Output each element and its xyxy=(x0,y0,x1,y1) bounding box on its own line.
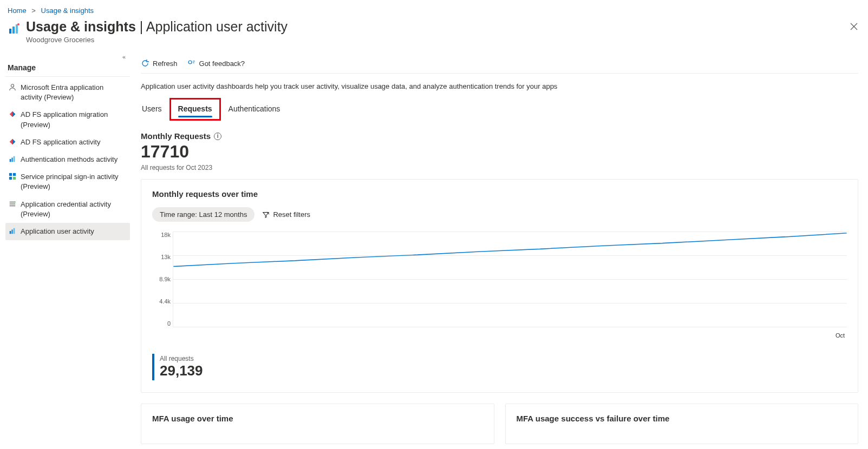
svg-rect-11 xyxy=(13,173,16,176)
toolbar: Refresh Got feedback? xyxy=(141,54,858,74)
bottom-card-row: MFA usage over time MFA usage success vs… xyxy=(141,404,858,449)
y-tick: 0 xyxy=(152,320,171,327)
tab-authentications[interactable]: Authentications xyxy=(227,101,282,116)
page-description: Application user activity dashboards hel… xyxy=(141,74,858,100)
svg-rect-1 xyxy=(12,27,15,34)
card-mfa-success-title: MFA usage success vs failure over time xyxy=(517,414,847,423)
chart-area: 18k 13k 8.9k 4.4k 0 Oct xyxy=(152,232,847,340)
tab-requests[interactable]: Requests xyxy=(177,101,213,116)
grid-icon xyxy=(8,172,17,180)
sidebar-item-credential-activity[interactable]: Application credential activity (Preview… xyxy=(5,196,130,223)
bar-chart-icon xyxy=(8,155,17,163)
chart-line xyxy=(173,232,847,327)
chart-plot[interactable] xyxy=(173,232,847,327)
svg-rect-0 xyxy=(9,29,11,34)
card-mfa-usage: MFA usage over time xyxy=(141,404,494,444)
svg-rect-20 xyxy=(14,228,15,234)
tab-requests-label: Requests xyxy=(178,104,212,113)
y-tick: 8.9k xyxy=(152,276,171,282)
svg-point-3 xyxy=(17,23,19,25)
breadcrumb: Home > Usage & insights xyxy=(0,0,868,19)
kpi-value: 17710 xyxy=(141,142,858,162)
svg-rect-19 xyxy=(11,229,13,234)
chart-summary-value: 29,139 xyxy=(160,362,847,379)
svg-point-6 xyxy=(11,84,14,87)
sidebar-item-auth-methods[interactable]: Authentication methods activity xyxy=(5,151,130,168)
svg-point-17 xyxy=(14,201,16,203)
feedback-icon xyxy=(187,59,196,68)
sidebar-item-label: Authentication methods activity xyxy=(21,155,118,164)
y-tick: 4.4k xyxy=(152,298,171,305)
page-header: Usage & insights | Application user acti… xyxy=(0,19,868,54)
card-mfa-success-failure: MFA usage success vs failure over time xyxy=(505,404,859,444)
chart-x-tick: Oct xyxy=(836,332,845,339)
page-title: Usage & insights | Application user acti… xyxy=(26,19,288,35)
sidebar-item-app-user-activity[interactable]: Application user activity xyxy=(5,223,130,240)
tab-users[interactable]: Users xyxy=(141,101,163,116)
chart-filter-row: Time range: Last 12 months Reset filters xyxy=(152,207,847,222)
kpi-sub: All requests for Oct 2023 xyxy=(141,164,858,171)
bar-chart-icon xyxy=(8,227,17,235)
migration-icon xyxy=(8,110,17,118)
info-icon[interactable]: i xyxy=(214,133,221,140)
list-icon xyxy=(8,200,17,208)
sidebar-item-label: Application credential activity (Preview… xyxy=(21,200,127,219)
refresh-icon xyxy=(141,59,149,68)
feedback-label: Got feedback? xyxy=(199,60,245,68)
page-title-thin: Application user activity xyxy=(146,19,288,34)
chart-summary: All requests 29,139 xyxy=(152,354,847,380)
sidebar-item-service-principal[interactable]: Service principal sign-in activity (Prev… xyxy=(5,168,130,195)
refresh-button[interactable]: Refresh xyxy=(141,59,178,68)
main-content: Refresh Got feedback? Application user a… xyxy=(130,54,868,449)
activity-icon xyxy=(8,137,17,146)
svg-rect-9 xyxy=(14,156,15,162)
insights-icon xyxy=(8,22,21,35)
y-tick: 18k xyxy=(152,232,171,238)
refresh-label: Refresh xyxy=(153,60,178,68)
chart-card-requests-over-time: Monthly requests over time Time range: L… xyxy=(141,179,858,393)
chart-y-ticks: 18k 13k 8.9k 4.4k 0 xyxy=(152,232,171,327)
svg-rect-2 xyxy=(16,24,18,34)
card-mfa-usage-title: MFA usage over time xyxy=(152,414,483,423)
sidebar-item-label: AD FS application activity xyxy=(21,137,100,147)
sidebar-item-label: Microsoft Entra application activity (Pr… xyxy=(21,83,127,102)
kpi-label: Monthly Requests i xyxy=(141,131,858,141)
close-icon xyxy=(850,22,858,31)
close-button[interactable] xyxy=(850,22,858,32)
sidebar-item-adfs-migration[interactable]: AD FS application migration (Preview) xyxy=(5,106,130,133)
kpi-label-text: Monthly Requests xyxy=(141,131,211,141)
page-title-sep: | xyxy=(136,19,146,34)
breadcrumb-section[interactable]: Usage & insights xyxy=(41,6,94,15)
page-icon xyxy=(8,19,26,37)
tabs: Users Requests Authentications xyxy=(141,100,858,122)
svg-rect-10 xyxy=(9,173,12,176)
filter-reset-icon xyxy=(262,211,270,219)
sidebar-collapse[interactable]: « xyxy=(122,54,126,60)
svg-rect-8 xyxy=(11,157,13,162)
time-range-pill[interactable]: Time range: Last 12 months xyxy=(152,207,254,222)
sidebar-item-entra-app-activity[interactable]: Microsoft Entra application activity (Pr… xyxy=(5,79,130,106)
kpi-monthly-requests: Monthly Requests i 17710 All requests fo… xyxy=(141,122,858,179)
chart-title: Monthly requests over time xyxy=(152,189,847,199)
svg-rect-7 xyxy=(10,159,11,162)
sidebar-item-label: Service principal sign-in activity (Prev… xyxy=(21,172,127,192)
svg-rect-13 xyxy=(13,177,16,180)
page-title-bold: Usage & insights xyxy=(26,19,136,34)
person-icon xyxy=(8,83,17,91)
breadcrumb-home[interactable]: Home xyxy=(8,6,27,15)
breadcrumb-sep: > xyxy=(31,6,36,15)
sidebar-heading: Manage xyxy=(5,54,130,77)
svg-point-21 xyxy=(188,61,192,64)
sidebar-item-label: Application user activity xyxy=(21,227,94,236)
page-subtitle: Woodgrove Groceries xyxy=(26,36,288,44)
sidebar-item-label: AD FS application migration (Preview) xyxy=(21,110,127,129)
reset-filters-button[interactable]: Reset filters xyxy=(262,210,310,219)
feedback-button[interactable]: Got feedback? xyxy=(187,59,245,68)
y-tick: 13k xyxy=(152,254,171,260)
svg-rect-12 xyxy=(9,177,12,180)
sidebar-item-adfs-activity[interactable]: AD FS application activity xyxy=(5,134,130,151)
reset-filters-label: Reset filters xyxy=(273,210,310,219)
chart-summary-label: All requests xyxy=(160,355,847,362)
svg-rect-18 xyxy=(10,231,11,234)
sidebar: « Manage Microsoft Entra application act… xyxy=(0,54,130,449)
